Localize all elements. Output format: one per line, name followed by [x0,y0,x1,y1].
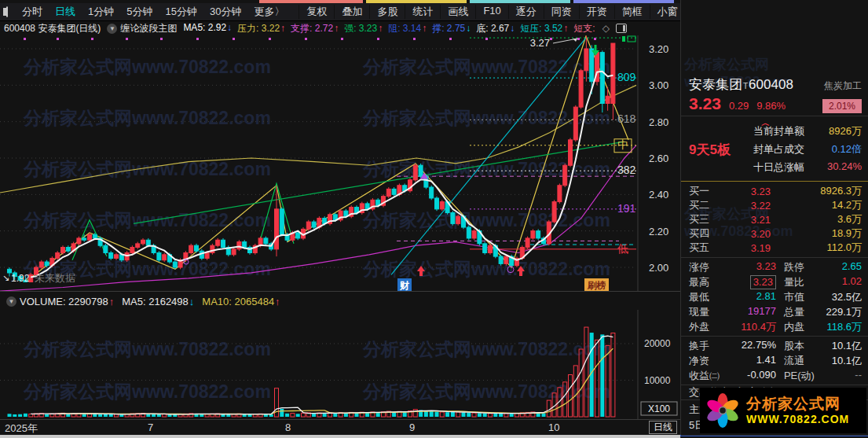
period-tab[interactable]: 15分钟 [159,5,203,19]
panel-toggle-icon[interactable] [616,24,627,33]
y-axis-label: 3.20 [649,43,668,55]
stock-name: 安泰集团 [689,75,742,94]
site-logo: 分析家公式网 WWW.70822.COM [700,388,866,433]
tool-button[interactable]: F10 [475,5,507,19]
pane-divider[interactable] [0,291,680,292]
order-book: 买一3.238926.3万买二3.2214.2万买三3.213.6万买四3.20… [681,182,868,258]
candlestick-chart[interactable]: 分析家公式网www.70822.com分析家公式网www.70822.com分析… [0,35,680,291]
stock-flag: T [743,82,748,90]
period-indicator-box[interactable]: 日线 [649,421,677,434]
window-bottom-edge [0,435,680,438]
main-toolbar: 分时日线1分钟5分钟15分钟30分钟更多〉 复权叠加多股统计画线F10逐分同资开… [0,3,680,21]
order-book-row: 买四3.2018.9万 [689,226,862,241]
flower-logo-icon [705,392,741,429]
indicator-value: MA5: 2.92↓ [183,22,232,35]
volume-indicator-value: MA10: 2065484↑ [202,296,280,307]
x-axis-label: 7 [148,421,153,433]
price-row: 3.23 0.29 9.86% 2.01% [681,94,868,116]
quote-stats: 涨停3.23跌停2.65最高3.23量比1.02最低2.81市值32.5亿现量1… [681,258,868,337]
fengdan-stats: 当前封单额8926万封单占成交0.12倍十日总涨幅30.24% [753,124,862,175]
period-tabs: 分时日线1分钟5分钟15分钟30分钟更多〉 [16,5,291,19]
stat-row: 涨停3.23跌停2.65 [689,259,862,274]
watermark-text: 分析家公式网www.70822.com [23,57,271,77]
stock-app-window: 分时日线1分钟5分钟15分钟30分钟更多〉 复权叠加多股统计画线F10逐分同资开… [0,0,868,438]
event-marker-label: 刷榜 [587,280,606,291]
fib-level-label: 382 [617,164,636,176]
chevron-down-icon[interactable]: ▼ [6,296,16,307]
period-tab[interactable]: 30分钟 [203,5,247,19]
svg-text:↘: ↘ [2,273,9,282]
watermark-text: 分析家公式网www.70822.com [23,210,271,230]
study-name[interactable]: 缠论波段主图 [120,22,177,35]
indicator-header: 600408 安泰集团(日线) ▼ 缠论波段主图 MA5: 2.92↓压力: 3… [0,21,680,35]
tool-button[interactable]: 同资 [544,5,579,19]
period-tab[interactable]: 日线 [49,5,82,19]
x-axis-label: 8 [285,421,291,433]
period-tab[interactable]: 更多〉 [247,5,291,19]
order-book-row: 买三3.213.6万 [689,212,862,226]
watermark-text: 分析家公式网www.70822.com [362,259,610,279]
stat-row: 净资1.41流通10.1亿 [689,353,862,368]
chart-title: 600408 安泰集团(日线) [4,22,101,35]
indicator-value: 底: 2.67↓ [476,22,515,35]
price-change-pct: 9.86% [756,100,786,112]
tool-button[interactable]: 简框 [614,5,650,19]
fib-level-label: 中 [617,138,628,151]
y-axis-label: 3.00 [649,79,668,91]
tool-button[interactable]: 开资 [579,5,614,19]
stat-row: 外盘110.4万内盘118.6万 [689,319,862,334]
fib-level-label: 低 [617,242,628,255]
chevron-down-icon[interactable]: ▼ [107,24,117,34]
order-book-row: 买五3.19112.0万 [689,241,862,255]
fib-level-label: 191 [617,202,636,215]
period-tab[interactable]: 5分钟 [120,5,159,19]
fib-level-label: 809 [617,71,636,83]
y-axis-label: 2.80 [649,116,668,128]
volume-values: VOLUME: 2290798↑MA5: 2162498↓MA10: 20654… [20,296,288,307]
watermark-text: 分析家公式网www.70822.com [362,108,610,128]
fib-level-label: 618 [617,112,636,125]
stat-row: 最高3.23量比1.02 [689,274,862,289]
fundamental-stats: 换手22.75%股本10.1亿净资1.41流通10.1亿收益㈡-0.090PE(… [681,337,868,385]
tool-button[interactable]: 统计 [405,5,440,19]
logo-title: 分析家公式网 [746,396,849,413]
tool-button[interactable]: 复权 [298,5,334,19]
stat-row: 现量19177总量229.1万 [689,304,862,319]
watermark-text: 分析家公式网www.70822.com [23,339,271,359]
diamond-icon[interactable]: ◇ [602,23,610,34]
industry-change-badge: 2.01% [822,99,862,113]
tool-button[interactable]: 逐分 [508,5,544,19]
stock-code: 600408 [749,77,793,93]
indicator-value: 撑: 2.75↓ [432,22,471,35]
watermark-text: 分析家公式网www.70822.com [23,108,271,128]
chevron-up-icon[interactable]: ︿ [761,117,770,129]
indicator-value: 短支: [573,22,595,35]
indicator-value: 强: 3.23↑ [344,22,383,35]
industry-label[interactable]: 焦炭加工 [824,79,862,93]
last-price: 3.23 [689,94,721,113]
period-tab[interactable]: 1分钟 [82,5,120,19]
stat-row: 换手22.75%股本10.1亿 [689,338,862,353]
x-axis: 2025年78910 日线 [0,419,680,436]
volume-indicator-value: MA5: 2162498↓ [122,296,194,307]
tool-button[interactable]: 叠加 [334,5,369,19]
y-axis-label: 2.60 [649,153,668,164]
tool-button[interactable]: 画线 [440,5,475,19]
y-axis-label: 2.20 [649,226,668,237]
volume-chart[interactable]: 分析家公式网www.70822.com分析家公式网www.70822.com分析… [0,310,680,419]
indicator-value: 压力: 3.22↑ [237,22,285,35]
indicator-values: MA5: 2.92↓压力: 3.22↑支撑: 2.72↑强: 3.23↑阻: 3… [183,22,600,35]
period-tab[interactable]: 分时 [16,5,49,19]
tool-button[interactable]: 多股 [369,5,405,19]
indicator-value: 阻: 3.14↑ [388,22,427,35]
indicator-value: 短压: 3.52↑ [520,22,568,35]
limit-up-section: ︿ 9天5板 当前封单额8926万封单占成交0.12倍十日总涨幅30.24% [681,116,868,182]
quote-panel: 分析家公式网www.70822.com 分析家公式网www.70822.com … [680,0,868,438]
fengdan-row: 十日总涨幅30.24% [753,160,862,175]
x-axis-label: 2025年 [5,421,38,436]
volume-header: ▼ VOLUME: 2290798↑MA5: 2162498↓MA10: 206… [0,293,680,310]
volume-axis-label: 20000 [644,338,671,349]
limit-streak-badge: 9天5板 [689,141,753,159]
stat-row: 最低2.81市值32.5亿 [689,289,862,304]
window-split-icon[interactable] [6,6,8,17]
